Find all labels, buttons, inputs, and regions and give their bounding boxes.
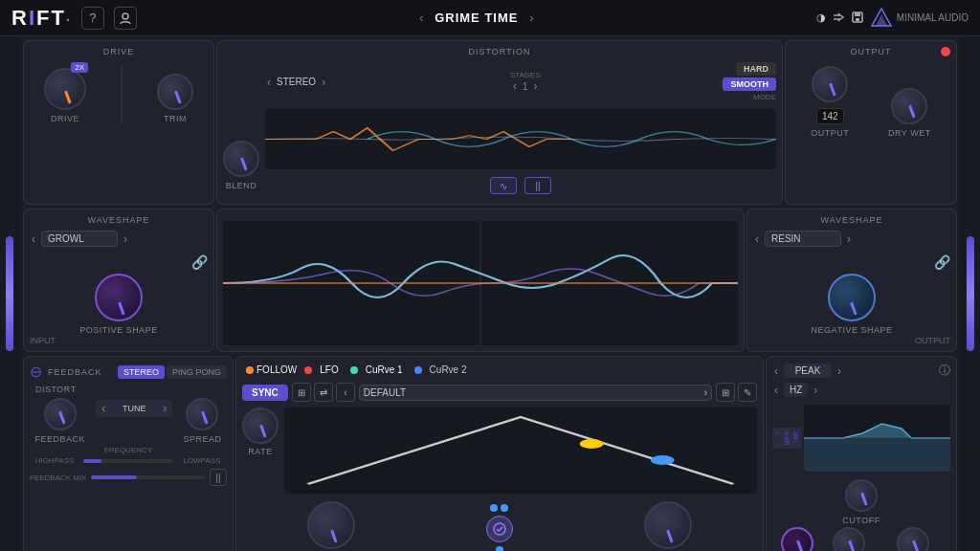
- stages-dec-button[interactable]: ‹: [511, 79, 519, 93]
- follow-tab-label: FOLLOW: [256, 364, 297, 375]
- stereo-mode-button[interactable]: STEREO: [118, 365, 165, 379]
- output-knob-container: 142 OUTPUT: [811, 66, 849, 138]
- lfo-prev-icon-button[interactable]: ‹: [336, 383, 355, 402]
- lfo-default-label: DEFAULT: [364, 387, 406, 398]
- grime-knob[interactable]: [644, 501, 692, 549]
- dry-wet-knob[interactable]: [891, 88, 927, 124]
- negative-shape-knob[interactable]: [828, 274, 876, 321]
- db-text: dB↑o.dB↓: [775, 431, 799, 445]
- preset-prev-button[interactable]: ‹: [417, 11, 425, 25]
- stages-inc-button[interactable]: ›: [532, 79, 540, 93]
- input-level-bar: [6, 236, 13, 351]
- drive-knob[interactable]: 2X: [44, 68, 86, 110]
- curve2-tab[interactable]: CuRve 2: [426, 363, 471, 377]
- spread-label: SPREAD: [183, 434, 221, 444]
- smooth-mode-button[interactable]: SMOOTH: [723, 77, 776, 91]
- hard-mode-button[interactable]: HARD: [736, 62, 776, 76]
- lfo-tab[interactable]: LFO: [316, 363, 342, 377]
- resonance-knob[interactable]: [897, 527, 929, 551]
- wave-icon-button[interactable]: ∿: [490, 177, 517, 194]
- pingpong-mode-button[interactable]: PING PONG: [167, 365, 227, 379]
- help-button[interactable]: ?: [81, 7, 104, 30]
- sync-button[interactable]: SYNC: [242, 385, 288, 401]
- input-label: INPUT: [30, 336, 56, 345]
- follow-tab[interactable]: FOLLOW: [242, 363, 301, 377]
- preset-next-button[interactable]: ›: [527, 11, 535, 25]
- output-level-bar: [967, 236, 974, 351]
- tune-next-button[interactable]: ›: [161, 402, 168, 415]
- spread-knob[interactable]: [186, 398, 218, 430]
- save-button[interactable]: [851, 11, 864, 26]
- db-label[interactable]: dB↑o.dB↓: [772, 428, 802, 449]
- bars-icon-button[interactable]: ||: [524, 177, 551, 194]
- feedback-mix-icon-button[interactable]: ||: [210, 469, 227, 486]
- waveshape-left-name[interactable]: GROWL: [41, 231, 118, 247]
- trim-label: TRIM: [164, 114, 187, 123]
- filter-spread-knob[interactable]: [833, 527, 865, 551]
- feedback-mix-row: FEEDBACK MIX ||: [30, 469, 227, 486]
- hz-display[interactable]: HZ: [784, 383, 808, 397]
- app-logo: RIFT·: [11, 6, 72, 31]
- hz-prev-button[interactable]: ‹: [772, 384, 780, 397]
- waveshape-right-prev-button[interactable]: ‹: [753, 232, 761, 246]
- cutoff-knob-container: CUTOFF: [842, 479, 880, 525]
- blend-knob[interactable]: [223, 141, 259, 177]
- feedback-knob[interactable]: [44, 398, 77, 430]
- theme-toggle-button[interactable]: ◑: [816, 11, 826, 24]
- feedback-mix-slider[interactable]: [91, 475, 206, 479]
- filter-info-icon[interactable]: ⓘ: [939, 363, 950, 379]
- output-knob[interactable]: [812, 66, 848, 102]
- output-knobs-row: 142 OUTPUT DRY WET: [791, 66, 950, 138]
- waveshape-right-name[interactable]: RESIN: [765, 231, 841, 247]
- drive-badge: 2X: [71, 62, 88, 73]
- lfo-center-icon-button[interactable]: [486, 516, 513, 542]
- dry-wet-knob-container: DRY WET: [888, 88, 931, 138]
- filter-panel: ‹ PEAK › ⓘ ‹ HZ › dB↑o.dB↓: [766, 356, 957, 551]
- lfo-grid-icon-button[interactable]: ⊞: [292, 383, 311, 402]
- lfo-paste-icon-button[interactable]: ✎: [738, 383, 757, 402]
- shuffle-button[interactable]: [832, 11, 845, 26]
- waveshape-left-prev-button[interactable]: ‹: [30, 232, 37, 246]
- feedback-minus-icon[interactable]: ⊖: [30, 363, 42, 381]
- waveshape-graph: [223, 221, 738, 345]
- filter-type-prev-button[interactable]: ‹: [772, 364, 780, 378]
- curve1-tab[interactable]: CuRve 1: [362, 363, 407, 377]
- cutoff-label: CUTOFF: [842, 516, 880, 525]
- svg-point-10: [651, 455, 675, 465]
- stages-value: 1: [523, 81, 528, 92]
- distortion-icons: ∿ ||: [265, 177, 776, 194]
- waveshape-right-title: WAVESHAPE: [753, 215, 950, 225]
- rate-knob[interactable]: [242, 408, 278, 444]
- filter-spread-knob-container: SPREAD: [830, 527, 868, 551]
- stereo-prev-button[interactable]: ‹: [265, 76, 273, 89]
- tune-prev-button[interactable]: ‹: [100, 402, 107, 415]
- morph-knob[interactable]: [781, 527, 813, 551]
- trim-knob[interactable]: [157, 74, 193, 110]
- curve1-dot-connector: [350, 366, 358, 374]
- positive-shape-knob[interactable]: [95, 274, 143, 321]
- hz-next-button[interactable]: ›: [812, 384, 819, 397]
- filter-type-next-button[interactable]: ›: [835, 364, 843, 378]
- cutoff-knob[interactable]: [845, 479, 878, 512]
- highpass-label: HIGHPASS: [30, 456, 79, 465]
- highpass-slider[interactable]: [83, 459, 173, 463]
- main-content: DRIVE 2X DRIVE TRIM: [0, 36, 980, 551]
- filter-type-display[interactable]: PEAK: [784, 364, 832, 378]
- knock-knob[interactable]: [307, 501, 355, 549]
- lfo-shuffle-icon-button[interactable]: ⇄: [314, 383, 333, 402]
- feedback-knob-container: FEEDBACK: [35, 398, 86, 444]
- user-button[interactable]: [114, 7, 137, 30]
- link-icon[interactable]: 🔗: [191, 254, 208, 270]
- top-right-controls: ◑ MINIMAL AUDIO: [816, 7, 969, 30]
- waveshape-left-selector: ‹ GROWL ›: [30, 231, 208, 247]
- positive-shape-label: POSITIVE SHAPE: [79, 325, 158, 335]
- waveshape-right-next-button[interactable]: ›: [845, 232, 853, 246]
- link-right-icon[interactable]: 🔗: [934, 254, 950, 270]
- lfo-main: RATE: [242, 408, 757, 494]
- waveshape-left-next-button[interactable]: ›: [122, 232, 129, 246]
- output-title: OUTPUT: [791, 47, 950, 56]
- feedback-panel: ⊖ FEEDBACK STEREO PING PONG DISTORT FEED…: [23, 356, 234, 551]
- lfo-preset-select[interactable]: DEFAULT ›: [359, 385, 712, 401]
- stereo-next-button[interactable]: ›: [320, 76, 327, 89]
- lfo-copy-icon-button[interactable]: ⊞: [716, 383, 735, 402]
